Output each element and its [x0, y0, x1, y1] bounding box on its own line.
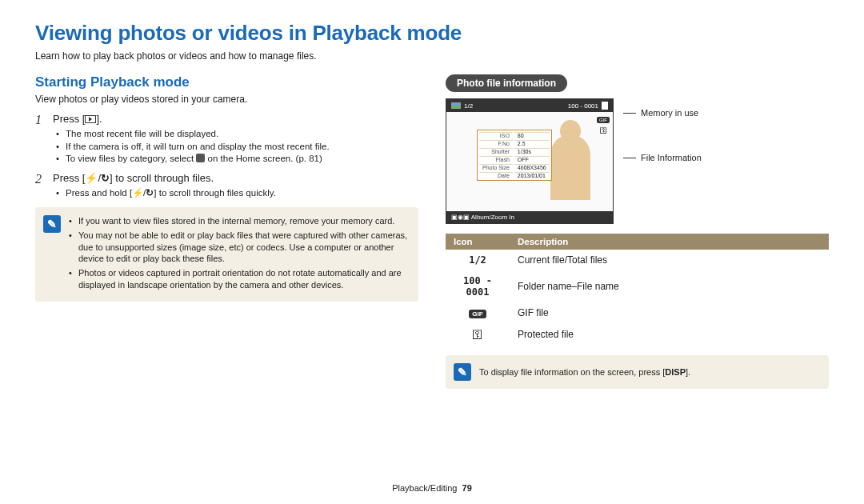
- gif-badge-icon: GIF: [597, 117, 610, 123]
- step-number: 1: [35, 113, 46, 166]
- icon-description-table: Icon Description 1/2 Current file/Total …: [446, 234, 829, 346]
- page-footer: Playback/Editing 79: [0, 483, 864, 493]
- bottom-bar-label: Album/Zoom In: [471, 214, 514, 221]
- step-2: 2 Press [⚡/↻] to scroll through files. P…: [35, 172, 418, 200]
- landscape-thumb-icon: [451, 102, 461, 109]
- note-icon: ✎: [43, 215, 61, 233]
- note-bullet: If you want to view files stored in the …: [69, 215, 409, 226]
- right-column: Photo file information 1/2 100 - 0001: [446, 74, 829, 389]
- annotation-fileinfo: File Information: [623, 153, 702, 162]
- screen-mockup: 1/2 100 - 0001 GIF ⚿ ISO80 F.No2: [446, 98, 614, 224]
- lock-icon: ⚿: [600, 126, 607, 134]
- intro-text: Learn how to play back photos or videos …: [35, 50, 829, 62]
- step-number: 2: [35, 172, 46, 200]
- table-row: ⚿ Protected file: [446, 323, 829, 346]
- disp-button-label: DISP: [665, 367, 686, 377]
- note-bullet: Photos or videos captured in portrait or…: [69, 267, 409, 290]
- gif-badge-icon: GIF: [469, 310, 486, 318]
- timer-icon: ↻: [146, 188, 154, 198]
- child-silhouette: [550, 136, 590, 200]
- left-column: Starting Playback mode View photos or pl…: [35, 74, 418, 389]
- step1-text: Press [].: [53, 113, 102, 125]
- flash-icon: ⚡: [132, 188, 143, 198]
- table-row: 1/2 Current file/Total files: [446, 250, 829, 270]
- table-row: 100 - 0001 Folder name–File name: [446, 270, 829, 302]
- step2-bullet: Press and hold [⚡/↻] to scroll through f…: [56, 187, 418, 200]
- note-box: ✎ If you want to view files stored in th…: [35, 207, 418, 302]
- folder-file-icon: 100 - 0001: [463, 275, 492, 298]
- section-sub: View photos or play videos stored in you…: [35, 94, 418, 105]
- file-counter: 1/2: [464, 102, 473, 110]
- step-1: 1 Press []. The most recent file will be…: [35, 113, 418, 166]
- tip-box: ✎ To display file information on the scr…: [446, 355, 829, 389]
- section-heading: Starting Playback mode: [35, 74, 418, 90]
- note-bullet: You may not be able to edit or play back…: [69, 230, 409, 264]
- category-select-icon: [196, 154, 205, 162]
- lock-icon: ⚿: [472, 328, 483, 341]
- step1-bullet: To view files by category, select on the…: [56, 153, 418, 166]
- th-icon: Icon: [446, 234, 510, 250]
- zoom-control-icon: ▣◉▣: [451, 214, 470, 221]
- table-row: GIF GIF file: [446, 302, 829, 323]
- annotation-memory: Memory in use: [623, 108, 702, 118]
- page-title: Viewing photos or videos in Playback mod…: [35, 21, 829, 46]
- playback-icon: [85, 115, 96, 123]
- step1-bullet: If the camera is off, it will turn on an…: [56, 141, 418, 154]
- sd-card-icon: [602, 102, 608, 110]
- photo-file-info-pill: Photo file information: [446, 74, 567, 92]
- flash-icon: ⚡: [85, 172, 98, 184]
- step1-bullet: The most recent file will be displayed.: [56, 128, 418, 141]
- file-id: 100 - 0001: [568, 102, 598, 110]
- step2-text: Press [⚡/↻] to scroll through files.: [53, 172, 214, 184]
- th-description: Description: [510, 234, 829, 250]
- file-info-overlay: ISO80 F.No2.5 Shutter1/30s FlashOFF Phot…: [477, 130, 552, 181]
- timer-icon: ↻: [101, 172, 110, 184]
- counter-icon: 1/2: [469, 254, 486, 266]
- note-icon: ✎: [454, 363, 471, 381]
